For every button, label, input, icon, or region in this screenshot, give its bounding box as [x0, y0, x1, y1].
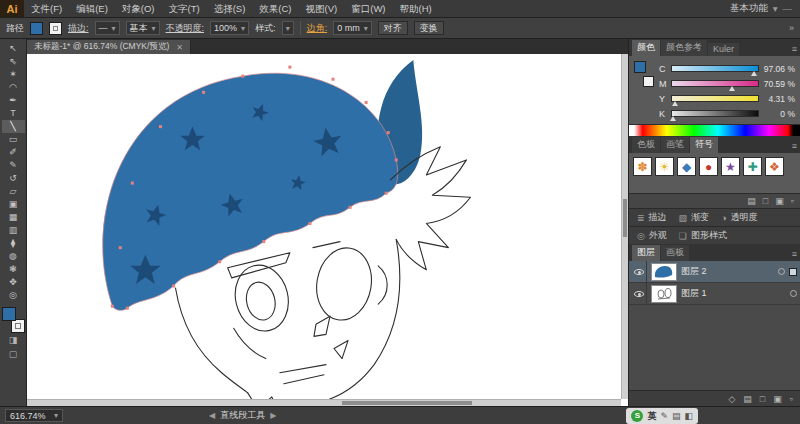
ime-language-toggle[interactable]: 英: [647, 410, 656, 423]
chevron-down-icon[interactable]: ▾: [773, 3, 778, 14]
rectangle-tool[interactable]: ▭: [2, 133, 25, 146]
opacity-link[interactable]: 不透明度:: [166, 22, 205, 35]
panel-menu-icon[interactable]: ≡: [792, 141, 797, 153]
panel-menu-icon[interactable]: ≡: [792, 44, 797, 56]
shape-builder-tool[interactable]: ▣: [2, 198, 25, 211]
eyedropper-tool[interactable]: ⧫: [2, 237, 25, 250]
tab-color-guide[interactable]: 颜色参考: [661, 40, 707, 56]
layer-selection-proxy[interactable]: [789, 268, 797, 276]
zoom-tool[interactable]: ◎: [2, 289, 25, 302]
symbol-thumbnail[interactable]: ✽: [633, 157, 652, 176]
hand-tool[interactable]: ✥: [2, 276, 25, 289]
fill-proxy[interactable]: [634, 61, 646, 73]
collapse-icon[interactable]: »: [789, 23, 794, 33]
blend-tool[interactable]: ◍: [2, 250, 25, 263]
tab-layers[interactable]: 图层: [632, 245, 660, 261]
opacity-combo[interactable]: 100% ▾: [210, 21, 249, 35]
direct-selection-tool[interactable]: ⇖: [2, 55, 25, 68]
menu-file[interactable]: 文件(F): [24, 0, 69, 17]
yellow-value[interactable]: 4.31 %: [763, 94, 795, 104]
magenta-slider[interactable]: [671, 80, 759, 87]
menu-help[interactable]: 帮助(H): [393, 0, 439, 17]
cyan-slider[interactable]: [671, 65, 759, 72]
panel-options-icon[interactable]: ▫: [790, 394, 793, 404]
screen-mode-button[interactable]: ▢: [2, 347, 25, 361]
black-slider[interactable]: [671, 110, 759, 117]
menu-window[interactable]: 窗口(W): [344, 0, 392, 17]
mesh-tool[interactable]: ▦: [2, 211, 25, 224]
layer-name[interactable]: 图层 2: [681, 265, 774, 278]
graphic-styles-panel-button[interactable]: ❏ 图形样式: [679, 229, 727, 242]
black-value[interactable]: 0 %: [763, 109, 795, 119]
fill-swatch[interactable]: [2, 307, 16, 321]
symbol-thumbnail[interactable]: ★: [721, 157, 740, 176]
pencil-tool[interactable]: ✎: [2, 159, 25, 172]
style-combo[interactable]: ▾: [282, 21, 294, 35]
layer-row-1[interactable]: 图层 1: [629, 283, 800, 305]
stroke-weight-combo[interactable]: — ▾: [95, 21, 120, 35]
tab-brushes[interactable]: 画笔: [661, 137, 689, 153]
rotate-tool[interactable]: ↺: [2, 172, 25, 185]
selection-tool[interactable]: ↖: [2, 42, 25, 55]
zoom-control[interactable]: 616.74% ▾: [5, 409, 63, 422]
corner-link[interactable]: 边角:: [307, 22, 328, 35]
menu-view[interactable]: 视图(V): [299, 0, 345, 17]
align-button[interactable]: 对齐: [378, 21, 408, 35]
stroke-swatch[interactable]: [11, 319, 25, 333]
ime-settings-icon[interactable]: ◧: [684, 411, 693, 421]
line-tool[interactable]: ╲: [2, 120, 25, 133]
fill-color-swatch[interactable]: [30, 22, 43, 35]
menu-effect[interactable]: 效果(C): [252, 0, 298, 17]
prev-icon[interactable]: ◀: [209, 411, 215, 420]
panel-footer-icon[interactable]: ▣: [775, 196, 784, 206]
ime-logo-icon[interactable]: S: [631, 410, 643, 422]
appearance-panel-button[interactable]: ◎ 外观: [637, 229, 667, 242]
stroke-proxy[interactable]: [643, 76, 654, 87]
paintbrush-tool[interactable]: ✐: [2, 146, 25, 159]
tab-color[interactable]: 颜色: [632, 40, 660, 56]
make-mask-icon[interactable]: ◇: [728, 394, 735, 404]
workspace-switcher[interactable]: 基本功能: [730, 2, 768, 15]
panel-footer-icon[interactable]: □: [763, 196, 768, 206]
ime-pen-icon[interactable]: ✎: [660, 411, 668, 421]
document-tab[interactable]: 未标题-1* @ 616.74% (CMYK/预览) ✕: [27, 40, 191, 54]
brush-definition-combo[interactable]: 基本 ▾: [126, 21, 160, 35]
magenta-value[interactable]: 70.59 %: [763, 79, 795, 89]
stroke-color-swatch[interactable]: [49, 22, 62, 35]
tab-swatches[interactable]: 色板: [632, 137, 660, 153]
type-tool[interactable]: T: [2, 107, 25, 120]
ime-keyboard-icon[interactable]: ▤: [672, 411, 681, 421]
menu-edit[interactable]: 编辑(E): [69, 0, 115, 17]
tab-artboards[interactable]: 画板: [661, 245, 689, 261]
vertical-scrollbar-thumb[interactable]: [623, 199, 627, 237]
tab-symbols[interactable]: 符号: [690, 137, 718, 153]
cyan-value[interactable]: 97.06 %: [763, 64, 795, 74]
stroke-panel-link[interactable]: 描边:: [68, 22, 89, 35]
gradient-panel-button[interactable]: ▧ 渐变: [679, 211, 710, 224]
symbol-thumbnail[interactable]: ☀: [655, 157, 674, 176]
symbol-thumbnail[interactable]: ●: [699, 157, 718, 176]
transparency-panel-button[interactable]: ◑ 透明度: [721, 211, 757, 224]
new-layer-icon[interactable]: □: [760, 394, 765, 404]
lasso-tool[interactable]: ◠: [2, 81, 25, 94]
fill-stroke-indicator[interactable]: [634, 61, 654, 87]
corner-combo[interactable]: 0 mm ▾: [333, 21, 372, 35]
layer-target-icon[interactable]: [790, 290, 797, 297]
magic-wand-tool[interactable]: ✶: [2, 68, 25, 81]
color-spectrum-bar[interactable]: [629, 124, 800, 136]
visibility-toggle[interactable]: [632, 283, 647, 304]
new-sublayer-icon[interactable]: ▤: [743, 394, 752, 404]
menu-object[interactable]: 对象(O): [115, 0, 162, 17]
delete-layer-icon[interactable]: ▣: [773, 394, 782, 404]
symbol-thumbnail[interactable]: ✚: [743, 157, 762, 176]
scale-tool[interactable]: ▱: [2, 185, 25, 198]
horizontal-scrollbar-thumb[interactable]: [342, 401, 472, 405]
canvas[interactable]: [27, 54, 628, 406]
horizontal-scrollbar[interactable]: [27, 399, 621, 406]
zoom-value[interactable]: 616.74%: [10, 411, 46, 421]
symbol-sprayer-tool[interactable]: ❃: [2, 263, 25, 276]
symbol-thumbnail[interactable]: ◆: [677, 157, 696, 176]
draw-mode-button[interactable]: ◨: [2, 333, 25, 347]
yellow-slider[interactable]: [671, 95, 759, 102]
transform-button[interactable]: 变换: [414, 21, 444, 35]
